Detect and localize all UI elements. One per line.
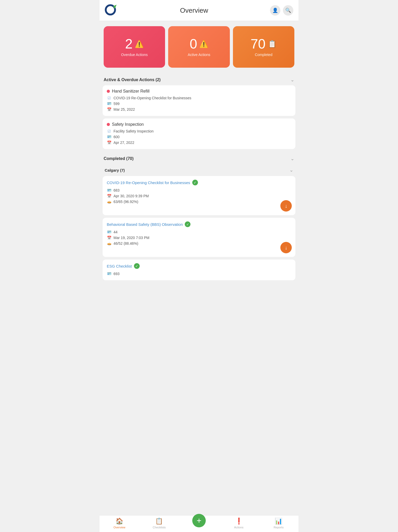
search-icon: 🔍 [285, 8, 291, 13]
active-actions-card[interactable]: 0 ⚠️ Active Actions [168, 26, 230, 68]
checklist-icon-1: ☑ [107, 96, 111, 100]
search-button[interactable]: 🔍 [283, 5, 293, 16]
completed-card-stat[interactable]: 70 📋 Completed [233, 26, 294, 68]
overdue-dot-1 [107, 90, 110, 93]
active-number-row: 0 ⚠️ [190, 37, 208, 51]
action-checklist-1: COVID-19 Re-Opening Checklist for Busine… [113, 96, 191, 100]
completed-section-title: Completed (70) [104, 156, 134, 161]
completed-score-1: 63/65 (96.92%) [113, 200, 138, 204]
completed-chevron: ⌄ [290, 156, 294, 162]
completed-count: 70 [251, 37, 266, 51]
action-checklist-2: Facility Safety Inspection [113, 129, 154, 133]
completed-item-1[interactable]: COVID-19 Re-Opening Checklist for Busine… [103, 176, 295, 215]
action-item-2[interactable]: Safety Inspection ☑ Facility Safety Insp… [103, 118, 295, 149]
calgary-title: Calgary (7) [105, 168, 125, 172]
active-icon: ⚠️ [199, 40, 208, 48]
completed-score-2: 46/52 (88.46%) [113, 241, 138, 246]
logo [105, 3, 118, 18]
completed-item-3[interactable]: ESG Checklist ✓ 🪪 693 [103, 260, 295, 280]
completed-score-icon-1: 🥧 [107, 200, 111, 204]
id-icon-2: 🪪 [107, 135, 111, 139]
completed-cal-icon-2: 📅 [107, 236, 111, 240]
overdue-label: Overdue Actions [121, 53, 148, 57]
completed-cal-icon-1: 📅 [107, 194, 111, 198]
completed-date-1: Apr 30, 2020 9:39 PM [113, 194, 149, 198]
user-button[interactable]: 👤 [270, 5, 280, 16]
id-icon-1: 🪪 [107, 102, 111, 106]
completed-id-1: 683 [113, 188, 119, 192]
action-title-1: Hand Sanitizer Refill [112, 89, 150, 94]
completed-id-icon-3: 🪪 [107, 272, 111, 276]
overdue-count: 2 [125, 37, 133, 51]
active-count: 0 [190, 37, 197, 51]
calgary-chevron: ⌄ [289, 167, 293, 173]
completed-icon: 📋 [268, 40, 277, 48]
calendar-icon-1: 📅 [107, 107, 111, 111]
overdue-icon: ⚠️ [135, 40, 144, 48]
action-item-1[interactable]: Hand Sanitizer Refill ☑ COVID-19 Re-Open… [103, 85, 295, 116]
completed-title-3: ESG Checklist [107, 264, 132, 268]
action-id-1: 599 [113, 102, 119, 106]
overdue-number-row: 2 ⚠️ [125, 37, 144, 51]
completed-id-icon-1: 🪪 [107, 188, 111, 192]
action-date-1: Mar 25, 2022 [113, 107, 135, 111]
completed-check-3: ✓ [134, 263, 140, 269]
completed-date-2: Mar 19, 2020 7:03 PM [113, 236, 150, 240]
completed-title-1: COVID-19 Re-Opening Checklist for Busine… [107, 180, 190, 185]
page-title: Overview [180, 6, 208, 15]
completed-number-row: 70 📋 [251, 37, 277, 51]
overdue-dot-2 [107, 123, 110, 126]
header-actions: 👤 🔍 [270, 5, 293, 16]
completed-score-icon-2: 🥧 [107, 241, 111, 246]
completed-id-2: 44 [113, 230, 118, 234]
action-date-2: Apr 27, 2022 [113, 141, 134, 145]
checklist-icon-2: ☑ [107, 129, 111, 133]
download-button-2[interactable]: ↓ [280, 242, 292, 253]
app-header: Overview 👤 🔍 [100, 0, 298, 21]
download-button-1[interactable]: ↓ [280, 200, 292, 212]
completed-title-2: Behavioral Based Safety (BBS) Observatio… [107, 222, 183, 227]
calgary-subsection-header[interactable]: Calgary (7) ⌄ [100, 164, 298, 176]
completed-label: Completed [255, 53, 272, 57]
active-overdue-title: Active & Overdue Actions (2) [104, 78, 161, 82]
main-content: 2 ⚠️ Overdue Actions 0 ⚠️ Active Actions… [100, 21, 298, 304]
overdue-actions-card[interactable]: 2 ⚠️ Overdue Actions [104, 26, 165, 68]
completed-check-1: ✓ [192, 180, 198, 185]
user-icon: 👤 [272, 8, 278, 13]
active-overdue-section-header[interactable]: Active & Overdue Actions (2) ⌄ [100, 73, 298, 85]
completed-id-icon-2: 🪪 [107, 230, 111, 234]
completed-item-2[interactable]: Behavioral Based Safety (BBS) Observatio… [103, 218, 295, 257]
completed-check-2: ✓ [185, 221, 190, 227]
active-label: Active Actions [188, 53, 210, 57]
completed-id-3: 693 [113, 272, 119, 276]
completed-section-header[interactable]: Completed (70) ⌄ [100, 152, 298, 164]
action-title-2: Safety Inspection [112, 122, 144, 127]
action-id-2: 600 [113, 135, 119, 139]
stats-section: 2 ⚠️ Overdue Actions 0 ⚠️ Active Actions… [100, 21, 298, 73]
active-overdue-chevron: ⌄ [290, 77, 294, 83]
calendar-icon-2: 📅 [107, 141, 111, 145]
